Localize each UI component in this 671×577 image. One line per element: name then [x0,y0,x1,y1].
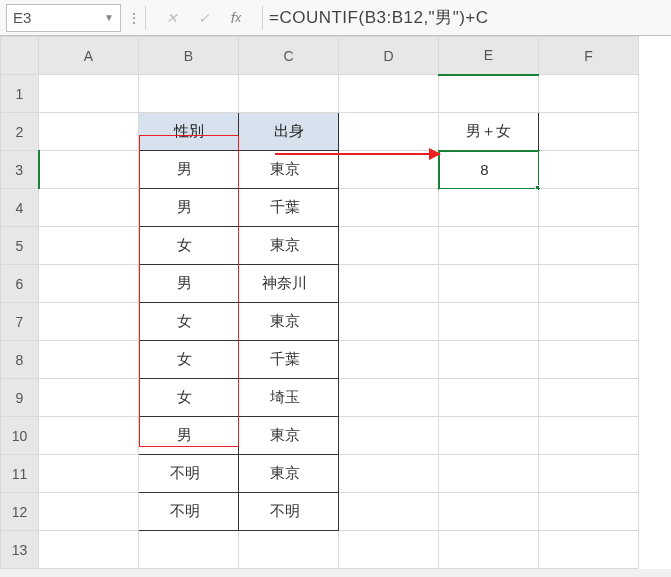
cell-f13[interactable] [539,531,639,569]
cell-c2[interactable]: 出身 [239,113,339,151]
cell-a3[interactable] [39,151,139,189]
cell-d10[interactable] [339,417,439,455]
cell-a5[interactable] [39,227,139,265]
col-header-c[interactable]: C [239,37,339,75]
name-box[interactable]: E3 ▼ [6,4,121,32]
cell-f6[interactable] [539,265,639,303]
cell-b13[interactable] [139,531,239,569]
cell-e10[interactable] [439,417,539,455]
cell-e8[interactable] [439,341,539,379]
cell-e5[interactable] [439,227,539,265]
cell-d9[interactable] [339,379,439,417]
cell-e3[interactable]: 8 [439,151,539,189]
cell-d12[interactable] [339,493,439,531]
cell-a10[interactable] [39,417,139,455]
cell-b3[interactable]: 男 [139,151,239,189]
cell-e6[interactable] [439,265,539,303]
col-header-b[interactable]: B [139,37,239,75]
cell-b5[interactable]: 女 [139,227,239,265]
cell-e2[interactable]: 男＋女 [439,113,539,151]
cell-c8[interactable]: 千葉 [239,341,339,379]
cell-a12[interactable] [39,493,139,531]
cell-b7[interactable]: 女 [139,303,239,341]
cell-c9[interactable]: 埼玉 [239,379,339,417]
cell-d13[interactable] [339,531,439,569]
row-header-12[interactable]: 12 [1,493,39,531]
row-header-6[interactable]: 6 [1,265,39,303]
cell-b9[interactable]: 女 [139,379,239,417]
cell-e11[interactable] [439,455,539,493]
row-header-2[interactable]: 2 [1,113,39,151]
cell-c13[interactable] [239,531,339,569]
cell-d11[interactable] [339,455,439,493]
cell-d1[interactable] [339,75,439,113]
row-header-4[interactable]: 4 [1,189,39,227]
cell-f4[interactable] [539,189,639,227]
row-header-11[interactable]: 11 [1,455,39,493]
row-header-7[interactable]: 7 [1,303,39,341]
cell-e13[interactable] [439,531,539,569]
row-header-5[interactable]: 5 [1,227,39,265]
cell-b1[interactable] [139,75,239,113]
cell-b6[interactable]: 男 [139,265,239,303]
cell-f11[interactable] [539,455,639,493]
cell-b2[interactable]: 性別 [139,113,239,151]
row-header-3[interactable]: 3 [1,151,39,189]
cell-c1[interactable] [239,75,339,113]
cell-b11[interactable]: 不明 [139,455,239,493]
accept-icon[interactable]: ✓ [194,8,214,28]
vertical-dots-icon[interactable]: ⋮ [125,5,143,31]
cell-a1[interactable] [39,75,139,113]
cell-c3[interactable]: 東京 [239,151,339,189]
col-header-f[interactable]: F [539,37,639,75]
cell-d5[interactable] [339,227,439,265]
cell-c11[interactable]: 東京 [239,455,339,493]
cell-e4[interactable] [439,189,539,227]
chevron-down-icon[interactable]: ▼ [104,12,114,23]
col-header-d[interactable]: D [339,37,439,75]
cell-b4[interactable]: 男 [139,189,239,227]
formula-input[interactable]: =COUNTIF(B3:B12,"男")+C [265,6,671,29]
cell-e7[interactable] [439,303,539,341]
col-header-a[interactable]: A [39,37,139,75]
cell-a8[interactable] [39,341,139,379]
cancel-icon[interactable]: ✕ [162,8,182,28]
cell-f8[interactable] [539,341,639,379]
cell-f10[interactable] [539,417,639,455]
cell-a13[interactable] [39,531,139,569]
cell-d3[interactable] [339,151,439,189]
cell-c10[interactable]: 東京 [239,417,339,455]
cell-f5[interactable] [539,227,639,265]
cell-f3[interactable] [539,151,639,189]
row-header-1[interactable]: 1 [1,75,39,113]
fx-icon[interactable]: fx [226,8,246,28]
cell-b8[interactable]: 女 [139,341,239,379]
cell-c12[interactable]: 不明 [239,493,339,531]
col-header-e[interactable]: E [439,37,539,75]
cell-d7[interactable] [339,303,439,341]
cell-e9[interactable] [439,379,539,417]
cell-f1[interactable] [539,75,639,113]
cell-d4[interactable] [339,189,439,227]
row-header-9[interactable]: 9 [1,379,39,417]
cell-f2[interactable] [539,113,639,151]
cell-b10[interactable]: 男 [139,417,239,455]
cell-a2[interactable] [39,113,139,151]
cell-a7[interactable] [39,303,139,341]
cell-b12[interactable]: 不明 [139,493,239,531]
row-header-13[interactable]: 13 [1,531,39,569]
cell-f7[interactable] [539,303,639,341]
cell-c5[interactable]: 東京 [239,227,339,265]
cell-c7[interactable]: 東京 [239,303,339,341]
cell-d2[interactable] [339,113,439,151]
cell-c6[interactable]: 神奈川 [239,265,339,303]
cell-a11[interactable] [39,455,139,493]
cell-a6[interactable] [39,265,139,303]
cell-c4[interactable]: 千葉 [239,189,339,227]
cell-e12[interactable] [439,493,539,531]
select-all-corner[interactable] [1,37,39,75]
row-header-10[interactable]: 10 [1,417,39,455]
cell-e1[interactable] [439,75,539,113]
row-header-8[interactable]: 8 [1,341,39,379]
cell-f12[interactable] [539,493,639,531]
